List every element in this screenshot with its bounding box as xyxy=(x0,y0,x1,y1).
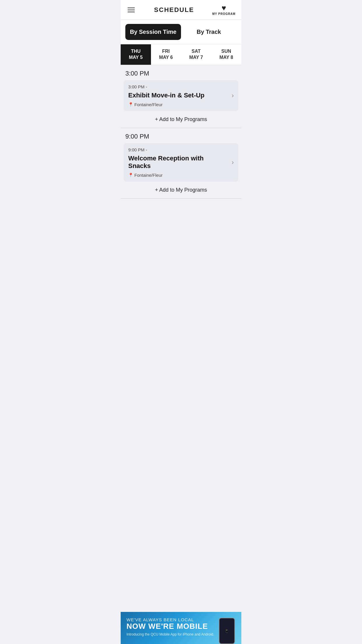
day-sun-date: MAY 8 xyxy=(212,55,240,61)
location-pin-icon-2: 📍 xyxy=(128,173,133,177)
banner-phone-image: 📱 xyxy=(215,615,238,644)
session-title-reception: Welcome Reception with Snacks xyxy=(128,155,234,170)
session-location-text-exhibit: Fontaine/Fleur xyxy=(134,102,163,107)
app-header: SCHEDULE ♥ MY PROGRAM xyxy=(121,0,241,20)
time-header-3pm: 3:00 PM xyxy=(121,65,241,80)
session-location-text-reception: Fontaine/Fleur xyxy=(134,173,163,178)
session-card-exhibit[interactable]: 3:00 PM - Exhibit Move-in & Set-Up 📍 Fon… xyxy=(124,80,238,111)
promo-banner: WE'VE ALWAYS BEEN LOCAL NOW WE'RE MOBILE… xyxy=(121,612,241,644)
time-header-9pm: 9:00 PM xyxy=(121,128,241,143)
day-fri-name: FRI xyxy=(152,48,180,55)
hamburger-menu-button[interactable] xyxy=(126,6,136,13)
day-fri-date: MAY 6 xyxy=(152,55,180,61)
day-thu-date: MAY 5 xyxy=(122,55,150,61)
session-card-reception[interactable]: 9:00 PM - Welcome Reception with Snacks … xyxy=(124,143,238,182)
day-tab-sat[interactable]: SAT MAY 7 xyxy=(181,44,211,65)
session-time-exhibit: 3:00 PM - xyxy=(128,84,234,89)
day-tab-fri[interactable]: FRI MAY 6 xyxy=(151,44,181,65)
chevron-right-icon-2: › xyxy=(232,159,234,166)
day-tab-sun[interactable]: SUN MAY 8 xyxy=(211,44,242,65)
time-section-9pm: 9:00 PM 9:00 PM - Welcome Reception with… xyxy=(121,128,241,199)
day-sat-date: MAY 7 xyxy=(182,55,210,61)
day-sat-name: SAT xyxy=(182,48,210,55)
session-time-reception: 9:00 PM - xyxy=(128,147,234,152)
day-thu-name: THU xyxy=(122,48,150,55)
my-program-button[interactable]: ♥ MY PROGRAM xyxy=(212,4,236,15)
chevron-right-icon: › xyxy=(232,92,234,99)
by-session-time-tab[interactable]: By Session Time xyxy=(125,24,181,40)
page-title: SCHEDULE xyxy=(154,6,194,14)
add-to-programs-exhibit[interactable]: + Add to My Programs xyxy=(121,111,241,128)
schedule-content: 3:00 PM 3:00 PM - Exhibit Move-in & Set-… xyxy=(121,65,241,234)
add-to-programs-reception[interactable]: + Add to My Programs xyxy=(121,182,241,199)
view-toggle: By Session Time By Track xyxy=(121,20,241,44)
day-tab-thu[interactable]: THU MAY 5 xyxy=(121,44,151,65)
by-track-tab[interactable]: By Track xyxy=(181,24,237,40)
time-section-3pm: 3:00 PM 3:00 PM - Exhibit Move-in & Set-… xyxy=(121,65,241,128)
my-program-label: MY PROGRAM xyxy=(212,12,236,15)
session-location-reception: 📍 Fontaine/Fleur xyxy=(128,173,234,178)
phone-icon: 📱 xyxy=(219,618,235,644)
day-tabs-bar: THU MAY 5 FRI MAY 6 SAT MAY 7 SUN MAY 8 xyxy=(121,44,241,65)
session-location-exhibit: 📍 Fontaine/Fleur xyxy=(128,102,234,107)
session-title-exhibit: Exhibit Move-in & Set-Up xyxy=(128,92,234,99)
location-pin-icon: 📍 xyxy=(128,102,133,107)
day-sun-name: SUN xyxy=(212,48,240,55)
heart-icon: ♥ xyxy=(222,4,226,12)
